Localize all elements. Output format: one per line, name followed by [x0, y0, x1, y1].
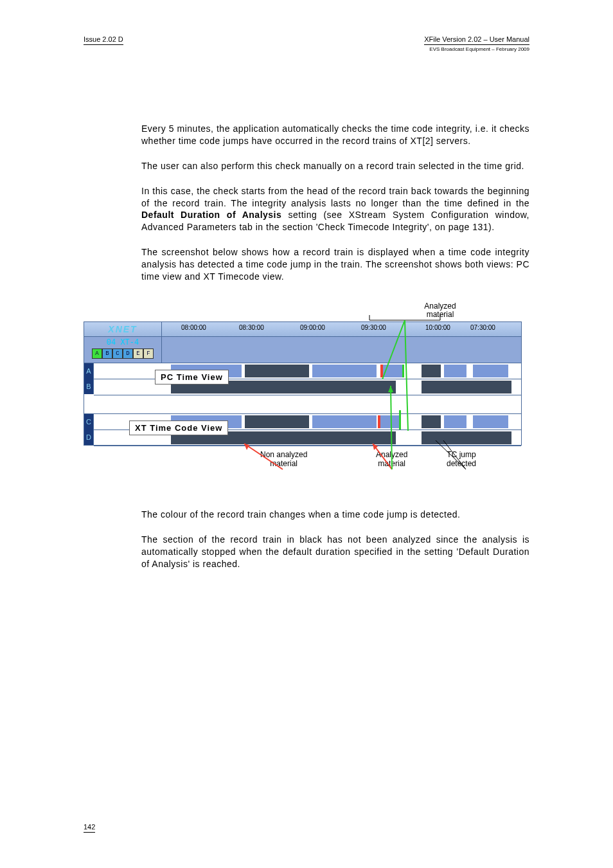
diagram-screenshot: Analyzedmaterial — [84, 302, 520, 483]
paragraph-4: The screenshot below shows how a record … — [141, 246, 529, 283]
callout-non-analyzed: Non analyzedmaterial — [260, 451, 307, 469]
paragraph-3: In this case, the check starts from the … — [141, 185, 529, 234]
header-issue: Issue 2.02 D — [84, 35, 123, 45]
row-c: C — [84, 414, 93, 429]
letter-c: C — [112, 348, 123, 359]
callout-non-analyzed-text: Non analyzedmaterial — [260, 450, 307, 468]
tick-2: 09:00:00 — [300, 324, 325, 331]
header-subtitle: EVS Broadcast Equipment – February 2009 — [424, 46, 529, 52]
paragraph-5: The colour of the record train changes w… — [141, 509, 529, 521]
tick-3: 09:30:00 — [361, 324, 386, 331]
letter-d: D — [123, 348, 133, 359]
header-title: XFile Version 2.02 – User Manual — [424, 35, 529, 45]
tick-5: 07:30:00 — [470, 324, 495, 331]
callout-analyzed-top: Analyzedmaterial — [360, 302, 520, 319]
server-name: 04 XT-4 — [84, 338, 161, 347]
p3-setting-name: Default Duration of Analysis — [141, 210, 281, 220]
callout-analyzed-bottom: Analyzedmaterial — [376, 451, 407, 469]
letter-f: F — [143, 348, 154, 359]
xnet-label: XNET — [84, 322, 162, 336]
row-a: A — [84, 363, 93, 379]
p3-part-a: In this case, the check starts from the … — [141, 186, 529, 208]
row-b: B — [84, 379, 93, 394]
callout-tc-jump: TC jumpdetected — [447, 451, 476, 469]
letter-b: B — [102, 348, 112, 359]
page-number: 142 — [84, 823, 95, 833]
letter-e: E — [133, 348, 143, 359]
time-ruler: 08:00:00 08:30:00 09:00:00 09:30:00 10:0… — [162, 322, 521, 336]
pc-time-view-label: PC Time View — [155, 370, 229, 384]
paragraph-1: Every 5 minutes, the application automat… — [141, 123, 529, 147]
callout-tc-jump-text: TC jumpdetected — [447, 450, 476, 468]
paragraph-2: The user can also perform this check man… — [141, 160, 529, 172]
tick-1: 08:30:00 — [239, 324, 264, 331]
letter-a: A — [92, 348, 102, 359]
paragraph-6: The section of the record train in black… — [141, 534, 529, 570]
callout-analyzed-top-text: Analyzedmaterial — [424, 302, 456, 319]
tick-0: 08:00:00 — [181, 324, 206, 331]
xt-timecode-view-label: XT Time Code View — [129, 420, 228, 435]
callout-analyzed-bottom-text: Analyzedmaterial — [376, 450, 407, 468]
tick-4: 10:00:00 — [425, 324, 450, 331]
row-d: D — [84, 429, 93, 445]
